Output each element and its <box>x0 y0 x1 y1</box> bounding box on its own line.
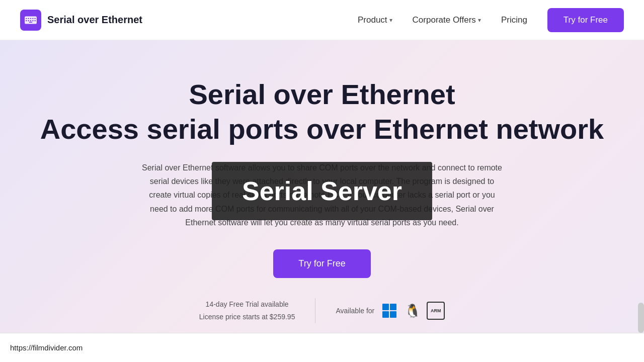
svg-rect-2 <box>28 18 29 19</box>
brand-logo-link[interactable]: Serial over Ethernet <box>20 10 142 31</box>
nav-try-free-button[interactable]: Try for Free <box>547 8 624 32</box>
linux-icon: 🐧 <box>404 302 422 320</box>
svg-rect-8 <box>29 22 33 23</box>
svg-rect-9 <box>30 20 31 21</box>
svg-rect-1 <box>26 18 27 19</box>
app-logo <box>20 10 41 31</box>
navbar: Serial over Ethernet Product ▾ Corporate… <box>0 0 644 40</box>
hero-description: Serial over Ethernet software allows you… <box>141 161 503 229</box>
svg-rect-11 <box>35 20 36 21</box>
chevron-down-icon: ▾ <box>478 17 481 24</box>
nav-item-corporate[interactable]: Corporate Offers ▾ <box>405 11 489 29</box>
svg-rect-5 <box>35 18 36 19</box>
nav-links: Product ▾ Corporate Offers ▾ Pricing Try… <box>350 8 624 32</box>
bottom-url-text: https://filmdivider.com <box>10 343 83 352</box>
brand-title: Serial over Ethernet <box>47 14 142 26</box>
svg-rect-3 <box>30 18 31 19</box>
scrollbar-thumb[interactable] <box>638 303 644 333</box>
keyboard-icon <box>24 14 37 27</box>
windows-icon <box>380 302 398 320</box>
nav-label-product: Product <box>358 15 387 25</box>
info-divider <box>315 298 315 323</box>
scrollbar[interactable] <box>638 232 644 333</box>
svg-rect-6 <box>26 20 27 21</box>
nav-item-product[interactable]: Product ▾ <box>350 11 400 29</box>
nav-label-pricing: Pricing <box>501 15 527 25</box>
hero-trial-info: 14-day Free Trial available License pric… <box>199 298 295 323</box>
chevron-down-icon: ▾ <box>389 17 392 24</box>
hero-try-free-button[interactable]: Try for Free <box>273 249 370 278</box>
trial-text: 14-day Free Trial available <box>199 298 295 311</box>
arm-icon: ARM <box>427 302 445 320</box>
svg-rect-7 <box>28 20 29 21</box>
hero-title-line1: Serial over Ethernet <box>189 79 455 110</box>
hero-title-line2: Access serial ports over Ethernet networ… <box>40 114 604 145</box>
nav-item-pricing[interactable]: Pricing <box>493 11 535 29</box>
hero-section: Serial over Ethernet Access serial ports… <box>0 40 644 362</box>
hero-info-row: 14-day Free Trial available License pric… <box>199 298 445 323</box>
platform-availability: Available for 🐧 ARM <box>336 302 445 320</box>
nav-label-corporate: Corporate Offers <box>413 15 476 25</box>
platform-icons-group: 🐧 ARM <box>380 302 445 320</box>
svg-rect-4 <box>32 18 33 19</box>
license-text: License price starts at $259.95 <box>199 311 295 323</box>
svg-rect-10 <box>32 20 33 21</box>
available-label: Available for <box>336 307 374 315</box>
bottom-bar: https://filmdivider.com <box>0 333 644 362</box>
